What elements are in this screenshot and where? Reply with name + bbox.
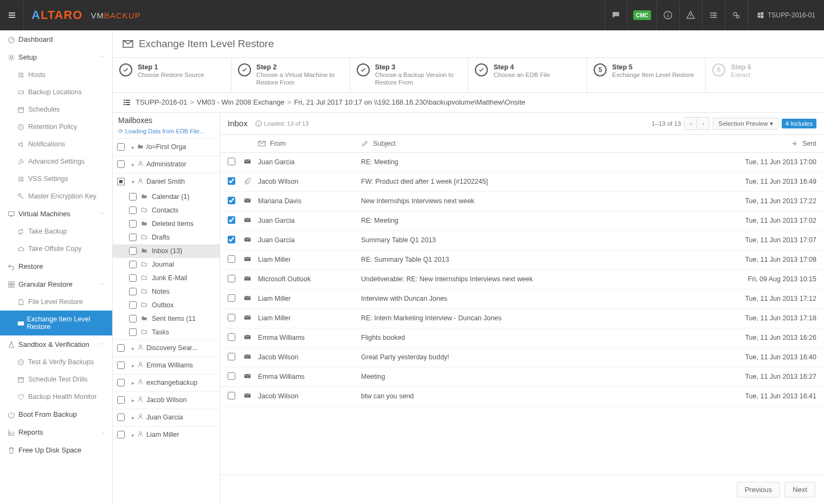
folder-item[interactable]: Sent Items (11 — [113, 312, 220, 326]
list-icon[interactable] — [702, 0, 725, 30]
mailbox-row[interactable]: ▸exchangebackup — [113, 374, 220, 391]
sidebar-item-dashboard[interactable]: Dashboard — [0, 30, 112, 48]
mail-checkbox[interactable] — [228, 275, 235, 282]
info-icon[interactable] — [656, 0, 679, 30]
mail-checkbox[interactable] — [228, 333, 235, 341]
mailbox-checkbox[interactable] — [117, 143, 125, 151]
folder-checkbox[interactable] — [129, 193, 137, 201]
folder-checkbox[interactable] — [129, 288, 137, 295]
mailbox-checkbox[interactable] — [117, 344, 125, 352]
mail-checkbox[interactable] — [228, 197, 235, 204]
sidebar-item-test-verify[interactable]: Test & Verify Backups — [0, 353, 112, 371]
mail-checkbox[interactable] — [228, 372, 235, 380]
folder-item[interactable]: Tasks — [113, 326, 220, 339]
mailbox-row[interactable]: ▸Emma Williams — [113, 357, 220, 374]
mailbox-checkbox[interactable] — [117, 396, 125, 404]
sidebar-item-master-key[interactable]: Master Encryption Key — [0, 188, 112, 205]
previous-button[interactable]: Previous — [737, 482, 781, 497]
mail-checkbox[interactable] — [228, 314, 235, 321]
mail-row[interactable]: Microsoft OutlookUndeliverable: RE: New … — [220, 270, 824, 289]
mail-row[interactable]: Liam MillerInterview with Duncan JonesTu… — [220, 289, 824, 309]
mailbox-row[interactable]: ▸Discovery Sear... — [113, 339, 220, 357]
mail-row[interactable]: Emma WilliamsMeetingTue, 11 Jun 2013 16:… — [220, 367, 824, 387]
chat-icon[interactable] — [604, 0, 627, 30]
sidebar-item-retention[interactable]: Retention Policy — [0, 118, 112, 135]
sidebar-item-health[interactable]: Backup Health Monitor — [0, 388, 112, 405]
sidebar-item-advanced[interactable]: Advanced Settings — [0, 153, 112, 170]
folder-checkbox[interactable] — [129, 206, 137, 214]
mail-row[interactable]: Mariana DavisNew Internships Interviews … — [220, 192, 824, 211]
mailbox-checkbox[interactable] — [117, 160, 125, 168]
folder-checkbox[interactable] — [129, 274, 137, 282]
mailbox-checkbox[interactable] — [117, 413, 125, 421]
folder-checkbox[interactable] — [129, 328, 137, 336]
page-next-button[interactable]: › — [697, 117, 710, 130]
mail-checkbox[interactable] — [228, 177, 235, 185]
sidebar-item-hosts[interactable]: Hosts — [0, 66, 112, 83]
sidebar-item-restore[interactable]: Restore — [0, 257, 112, 275]
step[interactable]: 5Step 5Exchange Item Level Restore — [587, 58, 706, 92]
mail-checkbox[interactable] — [228, 158, 235, 165]
sidebar-item-vms[interactable]: Virtual Machines﹀ — [0, 205, 112, 223]
server-label[interactable]: TSUPP-2016-01 — [748, 0, 824, 30]
sidebar-item-freeup[interactable]: Free Up Disk Space — [0, 441, 112, 459]
sidebar-item-setup[interactable]: Setup﹀ — [0, 48, 112, 66]
breadcrumb-vm[interactable]: VM03 - Win 2008 Exchange — [197, 98, 285, 106]
mail-row[interactable]: Jacob WilsonFW: Product died after 1 wee… — [220, 172, 824, 192]
mailbox-row[interactable]: ▸Jacob Wilson — [113, 391, 220, 409]
mail-row[interactable]: Jacob WilsonGreat Party yesterday buddy!… — [220, 348, 824, 367]
folder-checkbox[interactable] — [129, 261, 137, 268]
page-prev-button[interactable]: ‹ — [684, 117, 697, 130]
sidebar-item-schedule-drills[interactable]: Schedule Test Drills — [0, 371, 112, 388]
step[interactable]: Step 3Choose a Backup Version to Restore… — [350, 58, 469, 92]
selection-preview-button[interactable]: Selection Preview ▾ — [713, 118, 778, 130]
folder-checkbox[interactable] — [129, 301, 137, 309]
menu-toggle[interactable] — [0, 0, 24, 30]
sidebar-item-take-backup[interactable]: Take Backup — [0, 223, 112, 240]
folder-item[interactable]: Journal — [113, 258, 220, 272]
settings-icon[interactable] — [725, 0, 748, 30]
mail-row[interactable]: Liam MillerRE: Intern Marketing Intervie… — [220, 309, 824, 328]
mailbox-row[interactable]: ▾Daniel Smith — [113, 173, 220, 190]
mail-row[interactable]: Jacob Wilsonbtw can you sendTue, 11 Jun … — [220, 387, 824, 406]
folder-item[interactable]: Calendar (1) — [113, 190, 220, 204]
folder-checkbox[interactable] — [129, 220, 137, 228]
folder-item[interactable]: Outbox — [113, 299, 220, 312]
folder-checkbox[interactable] — [129, 247, 137, 255]
step[interactable]: Step 4Choose an EDB File — [468, 58, 587, 92]
folder-item[interactable]: Drafts — [113, 231, 220, 244]
step[interactable]: Step 2Choose a Virtual Machine to Restor… — [231, 58, 350, 92]
sidebar-item-schedules[interactable]: Schedules — [0, 101, 112, 118]
mail-row[interactable]: Juan GarciaSummary Table Q1 2013Tue, 11 … — [220, 231, 824, 250]
sidebar-item-backup-locations[interactable]: Backup Locations — [0, 83, 112, 101]
sidebar-item-file-level[interactable]: File Level Restore — [0, 293, 112, 311]
mailbox-checkbox[interactable] — [117, 361, 125, 369]
mail-checkbox[interactable] — [228, 294, 235, 302]
sidebar-item-exchange-level[interactable]: Exchange Item Level Restore — [0, 311, 112, 335]
mail-row[interactable]: Emma WilliamsFlights bookedTue, 11 Jun 2… — [220, 328, 824, 348]
mail-row[interactable]: Juan GarciaRE: MeetingTue, 11 Jun 2013 1… — [220, 211, 824, 231]
folder-item[interactable]: Junk E-Mail — [113, 272, 220, 285]
mailbox-row[interactable]: ▸Administrator — [113, 156, 220, 173]
folder-item[interactable]: Contacts — [113, 204, 220, 217]
sidebar-item-vss[interactable]: VSS Settings — [0, 170, 112, 188]
warning-icon[interactable] — [679, 0, 702, 30]
breadcrumb-host[interactable]: TSUPP-2016-01 — [136, 98, 187, 106]
folder-item[interactable]: Notes — [113, 285, 220, 299]
step[interactable]: Step 1Choose Restore Source — [113, 58, 231, 92]
folder-item[interactable]: Deleted Items — [113, 217, 220, 231]
mail-checkbox[interactable] — [228, 392, 235, 399]
mail-row[interactable]: Juan GarciaRE: MeetingTue, 11 Jun 2013 1… — [220, 153, 824, 172]
sidebar-item-boot[interactable]: Boot From Backup — [0, 405, 112, 423]
mailbox-row[interactable]: ▸/o=First Orga — [113, 138, 220, 156]
mailbox-checkbox[interactable] — [117, 431, 125, 438]
next-button[interactable]: Next — [784, 482, 815, 497]
sidebar-item-notifications[interactable]: Notifications — [0, 135, 112, 153]
mail-row[interactable]: Liam MillerRE: Summary Table Q1 2013Tue,… — [220, 250, 824, 270]
mail-checkbox[interactable] — [228, 353, 235, 360]
folder-item[interactable]: Inbox (13) — [113, 244, 220, 258]
mail-checkbox[interactable] — [228, 236, 235, 243]
mailbox-checkbox[interactable] — [117, 379, 125, 386]
folder-checkbox[interactable] — [129, 234, 137, 241]
sidebar-item-sandbox[interactable]: Sandbox & Verification﹀ — [0, 335, 112, 353]
